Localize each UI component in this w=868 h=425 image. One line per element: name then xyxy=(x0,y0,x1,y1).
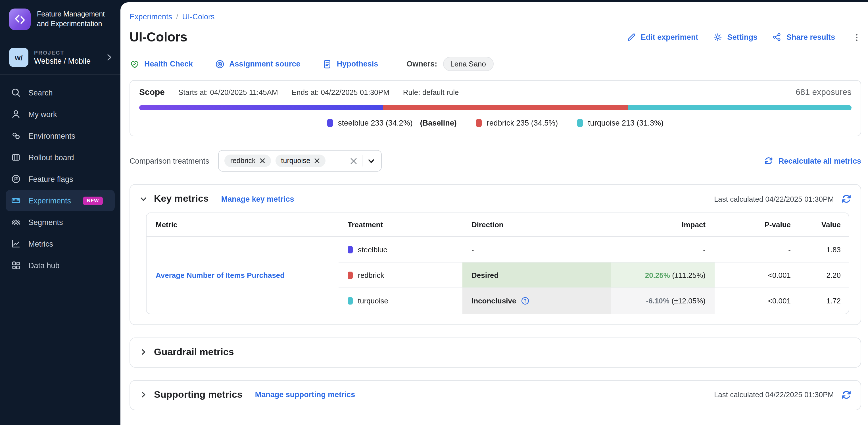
heart-check-icon xyxy=(129,59,140,69)
direction-cell: - xyxy=(462,237,611,262)
recalculate-all-metrics-button[interactable]: Recalculate all metrics xyxy=(764,156,861,165)
redbrick-swatch xyxy=(476,119,482,127)
p-value-cell: - xyxy=(715,237,800,262)
new-badge: NEW xyxy=(83,196,103,205)
breadcrumb: Experiments / UI-Colors xyxy=(129,12,861,21)
scope-rule: Rule: default rule xyxy=(403,88,459,97)
health-check-link[interactable]: Health Check xyxy=(129,59,193,69)
supporting-metrics-title: Supporting metrics xyxy=(154,389,243,400)
app-root: Feature Management and Experimentation w… xyxy=(0,0,868,425)
owners-label: Owners: xyxy=(406,60,437,68)
help-question-icon[interactable]: ? xyxy=(521,297,529,305)
manage-key-metrics-link[interactable]: Manage key metrics xyxy=(221,194,294,203)
breadcrumb-current-link[interactable]: UI-Colors xyxy=(182,12,215,21)
svg-text:?: ? xyxy=(524,298,527,303)
settings-button[interactable]: Settings xyxy=(713,32,757,42)
col-treatment: Treatment xyxy=(339,213,462,237)
col-value: Value xyxy=(800,213,849,237)
project-switcher[interactable]: w/ PROJECT Website / Mobile xyxy=(0,40,120,75)
expand-chevron-right-icon[interactable] xyxy=(139,390,148,399)
p-value-cell: <0.001 xyxy=(715,288,800,313)
sidebar-item-feature-flags[interactable]: Feature flags xyxy=(6,168,115,190)
sidebar-item-rollout-board[interactable]: Rollout board xyxy=(6,147,115,168)
owners: Owners: Lena Sano xyxy=(406,57,493,71)
legend-item-turquoise: turquoise 213 (31.3%) xyxy=(577,119,663,127)
bar-segment-steelblue xyxy=(139,105,383,110)
collapse-chevron-down-icon[interactable] xyxy=(139,194,148,203)
sidebar-item-my-work[interactable]: My work xyxy=(6,103,115,125)
hypothesis-link[interactable]: Hypothesis xyxy=(322,59,378,69)
impact-cell-desired: 20.25% (±11.25%) xyxy=(611,262,715,288)
direction-cell-inconclusive: Inconclusive ? xyxy=(462,288,611,313)
main-panel: Experiments / UI-Colors UI-Colors Edit e… xyxy=(120,2,868,425)
guardrail-metrics-title: Guardrail metrics xyxy=(154,346,234,358)
metric-link[interactable]: Average Number of Items Purchased xyxy=(156,271,285,279)
comparison-treatments-select[interactable]: redbrick turquoise xyxy=(218,150,382,172)
page-title: UI-Colors xyxy=(129,30,187,45)
chip-turquoise[interactable]: turquoise xyxy=(276,155,326,167)
remove-chip-icon[interactable] xyxy=(314,158,320,164)
sidebar-item-search[interactable]: Search xyxy=(6,82,115,103)
meta-row: Health Check Assignment source Hypothesi… xyxy=(129,57,861,71)
key-metrics-section: Key metrics Manage key metrics Last calc… xyxy=(129,184,861,325)
table-row: Average Number of Items Purchased steelb… xyxy=(147,237,849,262)
refresh-icon xyxy=(764,156,773,165)
line-chart-icon xyxy=(11,239,21,249)
remove-chip-icon[interactable] xyxy=(259,158,265,164)
scope-title: Scope xyxy=(139,87,165,97)
project-avatar: w/ xyxy=(9,48,28,67)
sidebar-item-environments[interactable]: Environments xyxy=(6,125,115,147)
edit-experiment-button[interactable]: Edit experiment xyxy=(627,32,699,42)
owner-pill[interactable]: Lena Sano xyxy=(443,57,493,71)
manage-supporting-metrics-link[interactable]: Manage supporting metrics xyxy=(255,390,355,399)
expand-chevron-right-icon[interactable] xyxy=(139,348,148,356)
col-metric: Metric xyxy=(147,213,339,237)
exposures-count: 681 exposures xyxy=(796,87,851,97)
pencil-icon xyxy=(627,32,636,42)
chip-redbrick[interactable]: redbrick xyxy=(225,155,271,167)
steelblue-swatch xyxy=(327,119,333,127)
direction-cell-desired: Desired xyxy=(462,262,611,288)
treatment-distribution-bar xyxy=(139,105,851,110)
header-actions: Edit experiment Settings Share results xyxy=(627,32,861,42)
target-icon xyxy=(214,59,225,69)
treatment-name: turquoise xyxy=(358,297,388,305)
table-header-row: Metric Treatment Direction Impact P-valu… xyxy=(147,213,849,237)
share-icon xyxy=(772,32,782,42)
supporting-metrics-section: Supporting metrics Manage supporting met… xyxy=(129,380,861,410)
sidebar-item-segments[interactable]: Segments xyxy=(6,211,115,233)
scope-header: Scope Starts at: 04/20/2025 11:45AM Ends… xyxy=(139,87,851,97)
legend-item-redbrick: redbrick 235 (34.5%) xyxy=(476,119,558,127)
refresh-icon[interactable] xyxy=(841,194,851,204)
col-p-value: P-value xyxy=(715,213,800,237)
breadcrumb-experiments-link[interactable]: Experiments xyxy=(129,12,172,21)
board-columns-icon xyxy=(11,152,21,162)
share-results-button[interactable]: Share results xyxy=(772,32,835,42)
assignment-source-link[interactable]: Assignment source xyxy=(214,59,301,69)
brand-title: Feature Management and Experimentation xyxy=(37,10,113,29)
turquoise-swatch xyxy=(577,119,583,127)
p-value-cell: <0.001 xyxy=(715,262,800,288)
refresh-icon[interactable] xyxy=(841,390,851,400)
sidebar-item-data-hub[interactable]: Data hub xyxy=(6,254,115,276)
legend-item-steelblue: steelblue 233 (34.2%) (Baseline) xyxy=(327,119,457,127)
brand: Feature Management and Experimentation xyxy=(0,0,120,40)
search-icon xyxy=(11,88,21,98)
clear-all-icon[interactable] xyxy=(350,157,358,164)
sidebar-item-metrics[interactable]: Metrics xyxy=(6,233,115,254)
key-metrics-table-card: Metric Treatment Direction Impact P-valu… xyxy=(146,212,849,314)
sidebar-item-experiments[interactable]: Experiments NEW xyxy=(6,190,115,211)
col-direction: Direction xyxy=(462,213,611,237)
environments-icon xyxy=(11,131,21,141)
col-impact: Impact xyxy=(611,213,715,237)
chevron-down-icon[interactable] xyxy=(367,156,376,165)
scope-card: Scope Starts at: 04/20/2025 11:45AM Ends… xyxy=(129,80,861,136)
sidebar: Feature Management and Experimentation w… xyxy=(0,0,120,425)
steelblue-swatch xyxy=(348,246,353,253)
breadcrumb-separator: / xyxy=(176,12,178,21)
impact-cell-inconclusive: -6.10% (±12.05%) xyxy=(611,288,715,313)
select-divider xyxy=(362,155,363,166)
more-options-kebab-icon[interactable] xyxy=(852,32,861,42)
title-row: UI-Colors Edit experiment Settings xyxy=(129,30,861,45)
value-cell: 1.83 xyxy=(800,237,849,262)
